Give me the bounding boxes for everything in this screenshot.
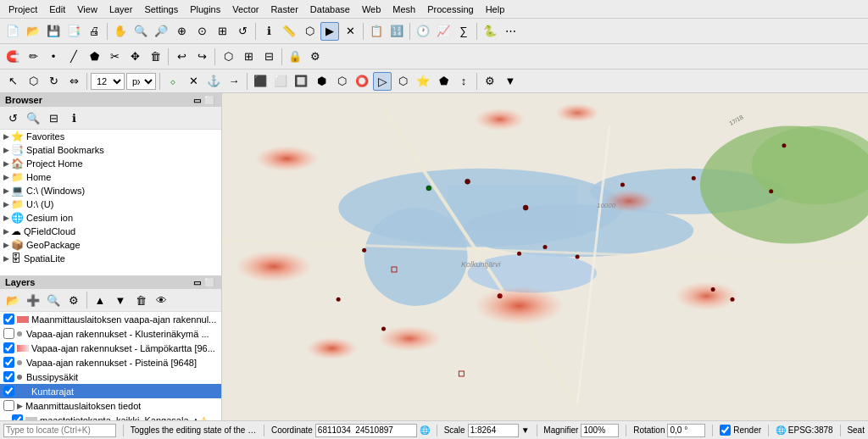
save-project-btn[interactable]: 💾 <box>44 22 63 41</box>
map-area[interactable]: Kolkuntjärvi 10000 17/18 <box>222 93 868 420</box>
menu-processing[interactable]: Processing <box>422 3 478 16</box>
layer-filter-btn[interactable]: 🔍 <box>44 291 63 309</box>
browser-collapse-btn[interactable]: ⊟ <box>44 108 63 127</box>
print-btn[interactable]: 🖨 <box>85 22 103 41</box>
save-as-btn[interactable]: 📑 <box>64 22 83 41</box>
adv-btn10[interactable]: ⬟ <box>434 72 453 91</box>
layer-item-1[interactable]: Vapaa-ajan rakennukset - Klusterinäkymä … <box>0 326 221 341</box>
adv-digitize-btn[interactable]: ⚙ <box>306 47 325 66</box>
menu-project[interactable]: Project <box>3 3 42 16</box>
layer-checkbox-7[interactable] <box>12 414 23 420</box>
split-btn[interactable]: ⊟ <box>259 47 278 66</box>
identify-btn[interactable]: ℹ <box>259 22 278 41</box>
cut-btn[interactable]: ✂ <box>105 47 124 66</box>
browser-item-geopackage[interactable]: ▶ 📦 GeoPackage <box>0 238 221 252</box>
layer-open-btn[interactable]: 📂 <box>3 291 22 309</box>
refresh-btn[interactable]: ↺ <box>233 22 252 41</box>
stat-btn[interactable]: ∑ <box>454 22 473 41</box>
layer-checkbox-3[interactable] <box>3 357 14 368</box>
temporal-btn[interactable]: 🕐 <box>414 22 432 41</box>
menu-vector[interactable]: Vector <box>227 3 264 16</box>
browser-item-spatialite[interactable]: ▶ 🗄 SpatiaLite <box>0 252 221 265</box>
layer-item-4[interactable]: Bussipysäkit <box>0 370 221 384</box>
layer-item-3[interactable]: Vapaa-ajan rakennukset - Pisteinä [9648] <box>0 355 221 370</box>
epsg-item[interactable]: 🌐 EPSG:3878 <box>776 425 833 435</box>
menu-settings[interactable]: Settings <box>139 3 183 16</box>
layers-minimize-btn[interactable]: ▭ <box>192 278 203 287</box>
layer-checkbox-0[interactable] <box>3 314 14 325</box>
polygon-btn[interactable]: ⬟ <box>85 47 103 66</box>
adv-btn8[interactable]: ⬡ <box>393 72 412 91</box>
move-btn[interactable]: ✥ <box>125 47 144 66</box>
map-canvas[interactable]: Kolkuntjärvi 10000 17/18 <box>222 93 868 420</box>
layer-checkbox-6[interactable] <box>3 400 14 411</box>
layer-toggle-all-btn[interactable]: 👁 <box>152 291 170 309</box>
adv-btn2[interactable]: ⬜ <box>271 72 290 91</box>
edit-node-btn[interactable]: ⬡ <box>24 72 42 91</box>
snap-tolerance-input[interactable]: 12 <box>91 73 125 90</box>
snap-btn[interactable]: 🧲 <box>3 47 22 66</box>
adv-btn1[interactable]: ⬛ <box>251 72 270 91</box>
rotation-input[interactable] <box>667 424 705 437</box>
zoom-layer-btn[interactable]: ⊙ <box>192 22 211 41</box>
browser-enable-btn[interactable]: ℹ <box>64 108 83 127</box>
arrow-move-btn[interactable]: → <box>225 72 243 91</box>
browser-item-cwindows[interactable]: ▶ 💻 C:\ (Windows) <box>0 184 221 197</box>
elevation-btn[interactable]: 📈 <box>434 22 453 41</box>
layer-checkbox-1[interactable] <box>3 328 14 339</box>
browser-maximize-btn[interactable]: ⬜ <box>203 96 216 105</box>
python-btn[interactable]: 🐍 <box>481 22 499 41</box>
cross-btn[interactable]: ✕ <box>184 72 203 91</box>
line-btn[interactable]: ╱ <box>64 47 83 66</box>
layer-checkbox-5[interactable] <box>3 386 14 397</box>
menu-web[interactable]: Web <box>357 3 386 16</box>
browser-item-cesium[interactable]: ▶ 🌐 Cesium ion <box>0 211 221 225</box>
zoom-selection-btn[interactable]: ⊞ <box>213 22 231 41</box>
menu-raster[interactable]: Raster <box>265 3 303 16</box>
layer-checkbox-4[interactable] <box>3 371 14 382</box>
deselect-btn[interactable]: ✕ <box>341 22 359 41</box>
adv-btn4[interactable]: ⬢ <box>312 72 331 91</box>
more-btn[interactable]: ▼ <box>501 72 520 91</box>
adv-btn9[interactable]: ⭐ <box>414 72 432 91</box>
layer-add-btn[interactable]: ➕ <box>24 291 42 309</box>
menu-mesh[interactable]: Mesh <box>387 3 420 16</box>
adv-btn5[interactable]: ⬡ <box>332 72 351 91</box>
undo-btn[interactable]: ↩ <box>172 47 191 66</box>
coordinate-input[interactable] <box>315 424 417 437</box>
adv-btn11[interactable]: ↕ <box>454 72 473 91</box>
select-feature-btn[interactable]: ▶ <box>320 22 339 41</box>
config-btn[interactable]: ⚙ <box>481 72 499 91</box>
rotate-btn[interactable]: ↻ <box>44 72 63 91</box>
layer-more-btn[interactable]: ⚙ <box>64 291 83 309</box>
mirror-btn[interactable]: ⇔ <box>64 72 83 91</box>
browser-item-bookmarks[interactable]: ▶ 📑 Spatial Bookmarks <box>0 143 221 157</box>
layer-remove-btn[interactable]: 🗑 <box>131 291 150 309</box>
browser-refresh-btn[interactable]: ↺ <box>3 108 22 127</box>
transform-btn[interactable]: ⬡ <box>219 47 237 66</box>
cursor-btn[interactable]: ↖ <box>3 72 22 91</box>
field-calc-btn[interactable]: 🔢 <box>387 22 406 41</box>
measure-btn[interactable]: 📏 <box>280 22 298 41</box>
new-project-btn[interactable]: 📄 <box>3 22 22 41</box>
layer-item-6[interactable]: ▶ Maanmittauslaitoksen tiedot <box>0 398 221 413</box>
layer-item-5[interactable]: Kuntarajat <box>0 384 221 398</box>
layer-item-7[interactable]: maastotietokanta_kaikki_Kangasala ▲ ⚠ <box>0 413 221 420</box>
anchor-btn[interactable]: ⚓ <box>204 72 223 91</box>
browser-item-home[interactable]: ▶ 📁 Home <box>0 170 221 184</box>
layer-item-0[interactable]: Maanmittauslaitoksen vaapa-ajan rakennul… <box>0 312 221 326</box>
snap-green-btn[interactable]: ⬦ <box>164 72 182 91</box>
magnifier-input[interactable] <box>581 424 619 437</box>
open-project-btn[interactable]: 📂 <box>24 22 42 41</box>
layer-down-btn[interactable]: ▼ <box>111 291 130 309</box>
layer-toggle-btn[interactable]: 🔒 <box>286 47 304 66</box>
adv-btn3[interactable]: 🔲 <box>292 72 310 91</box>
more-tools-btn[interactable]: ⋯ <box>501 22 520 41</box>
browser-item-favorites[interactable]: ▶ ⭐ Favorites <box>0 130 221 143</box>
layer-checkbox-2[interactable] <box>3 342 14 353</box>
browser-item-udrive[interactable]: ▶ 📁 U:\ (U) <box>0 197 221 211</box>
pan-btn[interactable]: ✋ <box>111 22 130 41</box>
layer-item-2[interactable]: Vapaa-ajan rakennukset - Lämpökartta [96… <box>0 341 221 355</box>
menu-help[interactable]: Help <box>481 3 510 16</box>
browser-filter-btn[interactable]: 🔍 <box>24 108 42 127</box>
